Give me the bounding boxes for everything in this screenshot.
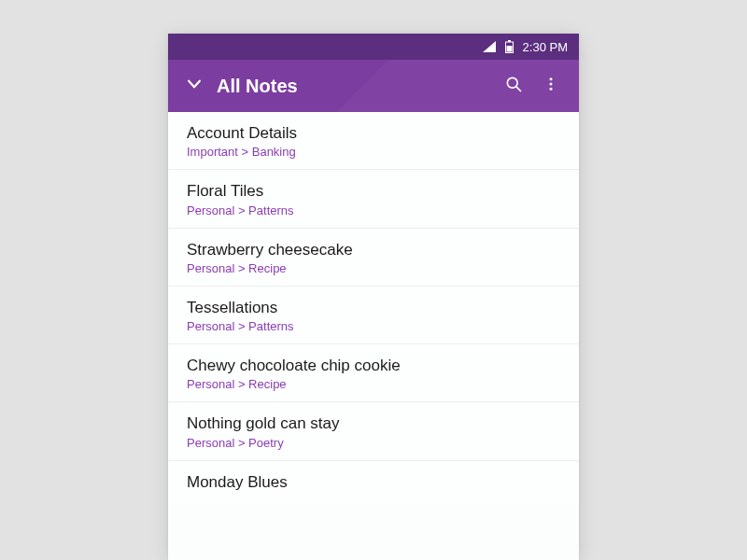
- chevron-down-icon[interactable]: [185, 75, 204, 97]
- note-path: Personal > Recipe: [187, 377, 560, 391]
- svg-point-6: [550, 83, 553, 86]
- status-bar: 2:30 PM: [168, 34, 579, 60]
- search-icon: [504, 75, 523, 97]
- list-item[interactable]: Monday Blues: [168, 461, 579, 504]
- note-path: Personal > Patterns: [187, 319, 560, 333]
- notes-list: Account Details Important > Banking Flor…: [168, 112, 579, 560]
- svg-line-4: [516, 87, 521, 91]
- note-title: Strawberry cheesecake: [187, 240, 560, 259]
- note-title: Floral Tiles: [187, 181, 560, 201]
- list-item[interactable]: Strawberry cheesecake Personal > Recipe: [168, 229, 579, 287]
- note-title: Chewy chocoloate chip cookie: [187, 356, 560, 375]
- note-title: Account Details: [187, 123, 560, 143]
- note-title: Monday Blues: [187, 472, 560, 492]
- note-path: Personal > Patterns: [187, 203, 560, 217]
- note-title: Tessellations: [187, 298, 560, 317]
- status-time: 2:30 PM: [523, 40, 568, 54]
- phone-frame: 2:30 PM All Notes Account Details Import…: [168, 34, 579, 560]
- note-path: Personal > Poetry: [187, 436, 560, 450]
- note-path: Important > Banking: [187, 145, 560, 159]
- list-item[interactable]: Chewy chocoloate chip cookie Personal > …: [168, 344, 579, 402]
- note-title: Nothing gold can stay: [187, 413, 560, 433]
- battery-icon: [505, 40, 514, 53]
- page-title: All Notes: [217, 76, 495, 97]
- list-item[interactable]: Floral Tiles Personal > Patterns: [168, 170, 579, 228]
- svg-point-5: [550, 77, 553, 80]
- more-button[interactable]: [532, 67, 570, 105]
- signal-icon: [483, 41, 496, 52]
- svg-point-7: [550, 88, 553, 91]
- list-item[interactable]: Tessellations Personal > Patterns: [168, 287, 579, 344]
- app-bar: All Notes: [168, 60, 579, 112]
- list-item[interactable]: Account Details Important > Banking: [168, 112, 579, 170]
- svg-rect-2: [506, 46, 512, 52]
- list-item[interactable]: Nothing gold can stay Personal > Poetry: [168, 402, 579, 460]
- search-button[interactable]: [495, 67, 532, 105]
- note-path: Personal > Recipe: [187, 261, 560, 275]
- more-vert-icon: [543, 76, 559, 96]
